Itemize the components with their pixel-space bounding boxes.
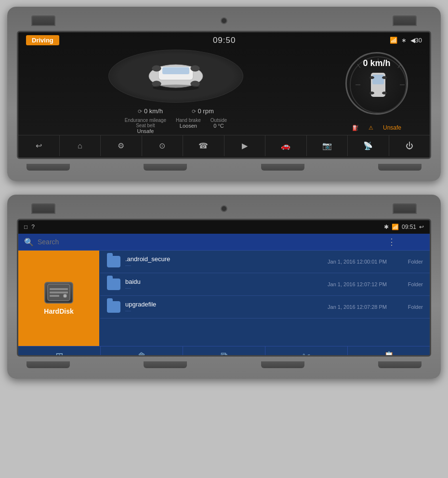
bottom2-tab-1 bbox=[26, 361, 70, 368]
paste-button[interactable]: Paste bbox=[348, 346, 430, 355]
file-info-2: upgradefile ---- bbox=[125, 301, 323, 313]
mount-bracket-right bbox=[393, 15, 417, 26]
nav-home[interactable]: ⌂ bbox=[60, 135, 101, 156]
file-type-1: Folder bbox=[401, 281, 423, 287]
endurance-info: Endurance mileage Seat belt Unsafe bbox=[125, 118, 166, 134]
handbrake-label: Hand brake bbox=[176, 118, 201, 123]
driving-header: Driving 09:50 📶 ∗ ◀30 bbox=[18, 32, 430, 48]
front-camera bbox=[221, 17, 227, 24]
screen-frame-bottom: □ ? ✱ 📶 09:51 ↩ 🔍 ⋮ bbox=[17, 219, 431, 357]
outside-info: Outside 0 °C bbox=[211, 118, 227, 134]
copy-button[interactable]: Copy bbox=[183, 346, 265, 355]
speed-circle: 0 km/h bbox=[345, 52, 408, 115]
folder-icon-2 bbox=[107, 301, 120, 313]
file-date-1: Jan 1, 2016 12:07:12 PM bbox=[328, 281, 387, 287]
unsafe-label: Unsafe bbox=[383, 124, 401, 131]
file-type-2: Folder bbox=[401, 304, 423, 310]
nav-radar[interactable]: 📡 bbox=[348, 135, 389, 156]
file-dash-0: ---- bbox=[125, 263, 323, 268]
nav-media[interactable]: ▶ bbox=[224, 135, 266, 156]
car-oval bbox=[108, 50, 243, 103]
delete-icon bbox=[138, 351, 146, 355]
file-dash-1: ---- bbox=[125, 286, 323, 291]
driving-main: ⟳ 0 km/h ⟳ 0 rpm Endurance mileage Seat … bbox=[18, 48, 430, 135]
nav-settings[interactable]: ⚙ bbox=[101, 135, 142, 156]
svg-point-24 bbox=[63, 294, 67, 298]
bottom2-tab-4 bbox=[378, 361, 422, 368]
car-silhouette bbox=[137, 57, 214, 95]
wifi-icon: 📶 bbox=[390, 37, 397, 44]
device-bottom-bar bbox=[17, 164, 431, 171]
rpm-display: ⟳ 0 rpm bbox=[192, 107, 214, 115]
status-right: ✱ 📶 09:51 ↩ bbox=[384, 224, 424, 230]
svg-point-17 bbox=[382, 76, 387, 79]
fuel-info: ⛽ ⚠ Unsafe bbox=[352, 124, 401, 131]
file-meta-2: Jan 1, 2016 12:07:28 PM Folder bbox=[328, 304, 423, 310]
file-info-1: baidu ---- bbox=[125, 278, 323, 291]
nav-power[interactable]: ⏻ bbox=[389, 135, 430, 156]
device-top-bar bbox=[17, 15, 431, 26]
file-list: .android_secure ---- Jan 1, 2016 12:00:0… bbox=[100, 251, 430, 346]
car-stats: ⟳ 0 km/h ⟳ 0 rpm bbox=[138, 107, 214, 115]
endurance-label: Endurance mileage bbox=[125, 118, 166, 123]
svg-point-3 bbox=[152, 65, 161, 71]
home-status-icon: □ bbox=[24, 224, 27, 230]
harddisk-icon[interactable] bbox=[44, 282, 73, 304]
status-time: 09:51 bbox=[402, 224, 416, 230]
svg-rect-23 bbox=[50, 295, 59, 297]
driving-screen: Driving 09:50 📶 ∗ ◀30 bbox=[18, 32, 430, 158]
mount-bracket-left bbox=[31, 15, 55, 26]
back-status-icon: ↩ bbox=[419, 224, 424, 230]
outside-value: 0 °C bbox=[211, 123, 227, 129]
svg-point-4 bbox=[190, 65, 199, 71]
list-item[interactable]: upgradefile ---- Jan 1, 2016 12:07:28 PM… bbox=[100, 296, 430, 319]
nav-phone[interactable]: ☎ bbox=[183, 135, 224, 156]
file-name-1: baidu bbox=[125, 278, 323, 285]
search-input[interactable] bbox=[38, 238, 383, 246]
file-date-0: Jan 1, 2016 12:00:01 PM bbox=[328, 259, 387, 265]
svg-rect-15 bbox=[372, 75, 384, 84]
seatbelt-label: Seat belt bbox=[125, 123, 166, 128]
more-options-icon[interactable]: ⋮ bbox=[387, 237, 396, 247]
outside-label: Outside bbox=[211, 118, 227, 123]
nav-car[interactable]: 🚗 bbox=[265, 135, 307, 156]
right-panel: 0 km/h ⛽ ⚠ Unsafe bbox=[329, 48, 425, 135]
speed-display: ⟳ 0 km/h bbox=[138, 107, 163, 115]
list-item[interactable]: .android_secure ---- Jan 1, 2016 12:00:0… bbox=[100, 251, 430, 273]
bluetooth-status-icon: ✱ bbox=[384, 224, 389, 230]
bluetooth-icon: ∗ bbox=[401, 37, 407, 44]
hdd-svg bbox=[47, 283, 71, 302]
bottom-tab-1 bbox=[26, 164, 70, 171]
driving-badge: Driving bbox=[26, 35, 59, 45]
harddisk-label: HardDisk bbox=[44, 307, 73, 315]
checkall-button[interactable]: Check all bbox=[18, 346, 101, 355]
folder-icon-1 bbox=[107, 279, 120, 290]
device2-bottom-bar bbox=[17, 361, 431, 368]
device-bottom-unit: □ ? ✱ 📶 09:51 ↩ 🔍 ⋮ bbox=[7, 195, 441, 379]
paste-icon bbox=[384, 351, 394, 355]
volume-icon: ◀30 bbox=[410, 37, 422, 44]
right-speed: 0 km/h bbox=[363, 58, 390, 68]
file-name-0: .android_secure bbox=[125, 255, 323, 263]
nav-navigation[interactable]: ⊙ bbox=[142, 135, 184, 156]
svg-point-7 bbox=[153, 84, 199, 91]
nav-camera[interactable]: 📷 bbox=[307, 135, 348, 156]
file-meta-1: Jan 1, 2016 12:07:12 PM Folder bbox=[328, 281, 423, 287]
android-status-bar: □ ? ✱ 📶 09:51 ↩ bbox=[18, 220, 430, 234]
file-type-0: Folder bbox=[401, 259, 423, 265]
bottom-tab-4 bbox=[378, 164, 422, 171]
device-top: Driving 09:50 📶 ∗ ◀30 bbox=[7, 7, 441, 181]
unsafe-icon: ⚠ bbox=[369, 125, 373, 131]
list-item[interactable]: baidu ---- Jan 1, 2016 12:07:12 PM Folde… bbox=[100, 273, 430, 296]
fuel-icon: ⛽ bbox=[352, 125, 359, 131]
bottom-tab-3 bbox=[261, 164, 304, 171]
nav-back[interactable]: ↩ bbox=[18, 135, 60, 156]
car-display: ⟳ 0 km/h ⟳ 0 rpm Endurance mileage Seat … bbox=[23, 48, 329, 135]
svg-rect-21 bbox=[50, 288, 68, 290]
file-body: HardDisk .android_secure ---- Jan 1, 201… bbox=[18, 251, 430, 346]
wifi-status-icon: 📶 bbox=[392, 224, 399, 230]
delete-button[interactable]: Delete bbox=[101, 346, 183, 355]
file-date-2: Jan 1, 2016 12:07:28 PM bbox=[328, 304, 387, 310]
search-bar: 🔍 ⋮ bbox=[18, 234, 430, 251]
cut-button[interactable]: Cut bbox=[265, 346, 348, 355]
